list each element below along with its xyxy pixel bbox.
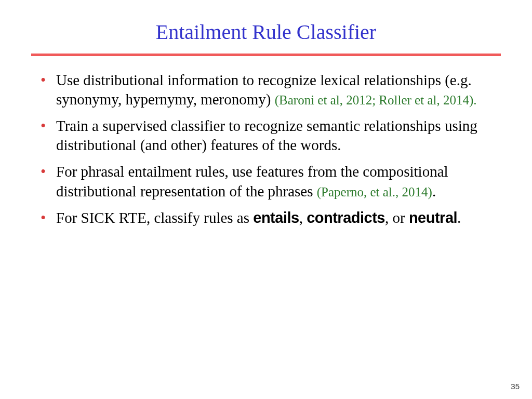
label-entails: entails <box>253 209 299 226</box>
bullet-text: For SICK RTE, classify rules as <box>56 209 253 226</box>
citation: (Paperno, et al., 2014) <box>317 185 432 199</box>
slide-title: Entailment Rule Classifier <box>31 20 501 44</box>
bullet-trail: . <box>432 183 436 200</box>
bullet-item: Use distributional information to recogn… <box>41 71 501 109</box>
separator: , <box>299 209 307 226</box>
bullet-item: For SICK RTE, classify rules as entails,… <box>41 208 501 228</box>
bullet-list: Use distributional information to recogn… <box>31 71 501 228</box>
page-number: 35 <box>511 382 520 391</box>
label-contradicts: contradicts <box>307 209 385 226</box>
label-neutral: neutral <box>409 209 457 226</box>
bullet-item: For phrasal entailment rules, use featur… <box>41 162 501 201</box>
title-divider <box>31 54 501 56</box>
citation: (Baroni et al, 2012; Roller et al, 2014)… <box>275 93 477 107</box>
separator: , or <box>385 209 409 226</box>
bullet-trail: . <box>457 209 461 226</box>
bullet-item: Train a supervised classifier to recogni… <box>41 116 501 155</box>
slide: Entailment Rule Classifier Use distribut… <box>0 0 532 399</box>
bullet-text: Train a supervised classifier to recogni… <box>56 117 477 153</box>
